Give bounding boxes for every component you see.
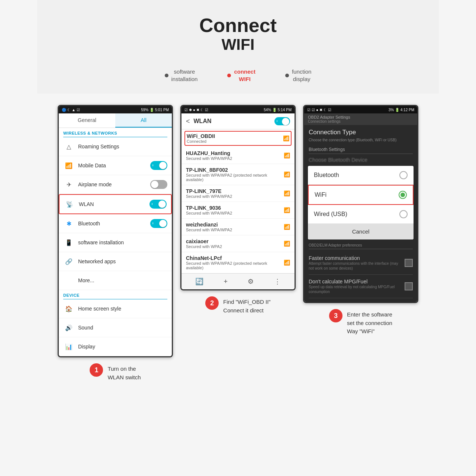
huazhu-name: HUAZHU_Hanting bbox=[186, 150, 232, 156]
step-3-label: functiondisplay bbox=[292, 68, 312, 83]
sound-icon: 🔊 bbox=[63, 322, 74, 333]
more-item[interactable]: More... bbox=[59, 271, 172, 290]
wlan-header-toggle[interactable]: I bbox=[274, 117, 290, 125]
roaming-label: Roaming Settings bbox=[78, 144, 167, 149]
faster-comm-row[interactable]: Faster communication Attempt faster comm… bbox=[309, 251, 413, 275]
network-tplink-8bf[interactable]: TP-LINK_8BF002 Secured with WPA/WPA2 (pr… bbox=[181, 164, 295, 185]
mobile-data-toggle[interactable]: I bbox=[150, 161, 167, 170]
wifi-obdii-signal-icon: 📶 bbox=[283, 135, 289, 141]
tplink797e-name: TP-LINK_797E bbox=[186, 188, 232, 194]
wlan-refresh-icon[interactable]: 🔄 bbox=[195, 277, 203, 286]
phone-1-status-bar: 🔵☾▲☑ 59% 🔋 5:01 PM bbox=[59, 106, 172, 113]
huazhu-signal-icon: 📶 bbox=[284, 152, 290, 158]
home-screen-icon: 🏠 bbox=[63, 303, 74, 314]
step-3-dot bbox=[285, 74, 289, 77]
more-label: More... bbox=[78, 277, 167, 283]
mpg-row[interactable]: Don't calculate MPG/Fuel Speed up data r… bbox=[309, 275, 413, 298]
cancel-button-label: Cancel bbox=[352, 228, 370, 235]
chinanet-info: ChinaNet-LPcf Secured with WPA/WPA2 (pro… bbox=[186, 255, 284, 270]
chinanet-name: ChinaNet-LPcf bbox=[186, 255, 284, 261]
tplink797e-signal-icon: 📶 bbox=[284, 190, 290, 196]
airplane-toggle[interactable] bbox=[150, 180, 167, 189]
tplink8bf-info: TP-LINK_8BF002 Secured with WPA/WPA2 (pr… bbox=[186, 167, 284, 182]
bluetooth-label: Bluetooth bbox=[78, 221, 147, 226]
mobile-data-item[interactable]: 📶 Mobile Data I bbox=[59, 156, 172, 175]
phone3-status-icons-left: ☑☑●✖☾☑ bbox=[307, 108, 331, 112]
bluetooth-option[interactable]: Bluetooth bbox=[308, 166, 414, 185]
elm-preferences-header: OBD2/ELM Adapter preferences bbox=[309, 243, 413, 249]
more-icon bbox=[63, 275, 74, 286]
bluetooth-item[interactable]: ✱ Bluetooth I bbox=[59, 214, 172, 233]
chinanet-signal-icon: 📶 bbox=[284, 260, 290, 266]
wired-usb-radio-btn[interactable] bbox=[399, 210, 408, 218]
bluetooth-radio-btn[interactable] bbox=[399, 171, 408, 179]
caixiaoer-name: caixiaoer bbox=[186, 238, 222, 244]
faster-comm-title: Faster communication bbox=[309, 255, 402, 261]
weizhe-signal-icon: 📶 bbox=[284, 224, 290, 230]
tab-all[interactable]: All bbox=[115, 113, 172, 128]
display-item[interactable]: 📊 Display bbox=[59, 337, 172, 356]
step-1-nav: softwareinstallation bbox=[165, 68, 198, 83]
wlan-toggle[interactable]: I bbox=[149, 200, 167, 209]
phone-1-container: 🔵☾▲☑ 59% 🔋 5:01 PM General All WIRELESS … bbox=[58, 105, 173, 382]
phone-3-screen: ☑☑●✖☾☑ 3% 🔋 4:12 PM OBD2 Adapter Setting… bbox=[303, 105, 418, 303]
choose-bluetooth-label: Choose Bluetooth Device bbox=[309, 157, 413, 163]
wlan-advanced-icon[interactable]: ⚙ bbox=[248, 277, 254, 286]
obd-app-title: OBD2 Adapter Settings bbox=[308, 115, 414, 119]
bluetooth-icon: ✱ bbox=[63, 218, 74, 229]
network-chinanet[interactable]: ChinaNet-LPcf Secured with WPA/WPA2 (pro… bbox=[181, 252, 295, 273]
wlan-label: WLAN bbox=[79, 201, 146, 207]
connection-type-desc: Choose the connection type (Bluetooth, W… bbox=[309, 138, 413, 142]
tplink797e-info: TP-LINK_797E Secured with WPA/WPA2 bbox=[186, 188, 232, 199]
networked-apps-item[interactable]: 🔗 Networked apps bbox=[59, 252, 172, 271]
faster-comm-checkbox[interactable] bbox=[405, 259, 413, 267]
network-tplink-9036[interactable]: TP-LINK_9036 Secured with WPA/WPA2 📶 bbox=[181, 202, 295, 219]
step-3-text: Enter the softwareset the connectionWay … bbox=[347, 309, 392, 336]
networked-apps-label: Networked apps bbox=[78, 258, 167, 264]
page-title-wifi: WIFI bbox=[45, 36, 431, 53]
steps-navigation: softwareinstallation connectWIFI functio… bbox=[37, 61, 439, 94]
display-label: Display bbox=[78, 344, 167, 350]
mobile-networks-label: software installation bbox=[78, 239, 167, 245]
phone-2-container: ☑✱●✖☾☑ 54% 🔋 5:14 PM < WLAN I WiFi_OBDII… bbox=[180, 105, 296, 382]
bluetooth-toggle[interactable]: I bbox=[150, 219, 167, 228]
airplane-label: Airplane mode bbox=[78, 181, 147, 187]
wifi-radio-btn[interactable] bbox=[399, 191, 407, 199]
wlan-page-title: WLAN bbox=[194, 118, 271, 125]
phone3-status-right: 3% 🔋 4:12 PM bbox=[389, 108, 414, 112]
sound-item[interactable]: 🔊 Sound bbox=[59, 318, 172, 337]
wired-usb-option-label: Wired (USB) bbox=[314, 211, 347, 218]
wlan-more-icon[interactable]: ⋮ bbox=[274, 277, 281, 286]
wlan-add-icon[interactable]: + bbox=[224, 278, 228, 286]
caixiaoer-info: caixiaoer Secured with WPA2 bbox=[186, 238, 222, 249]
mpg-checkbox[interactable] bbox=[405, 282, 413, 290]
network-tplink-797e[interactable]: TP-LINK_797E Secured with WPA/WPA2 📶 bbox=[181, 185, 295, 202]
airplane-mode-item[interactable]: ✈ Airplane mode bbox=[59, 175, 172, 194]
roaming-settings-item[interactable]: △ Roaming Settings bbox=[59, 137, 172, 156]
tplink8bf-signal-icon: 📶 bbox=[284, 171, 290, 177]
sound-label: Sound bbox=[78, 325, 167, 331]
mobile-data-label: Mobile Data bbox=[78, 163, 147, 168]
cancel-button-row[interactable]: Cancel bbox=[308, 224, 414, 239]
back-arrow-icon[interactable]: < bbox=[186, 118, 190, 125]
network-caixiaoer[interactable]: caixiaoer Secured with WPA2 📶 bbox=[181, 235, 295, 252]
home-screen-item[interactable]: 🏠 Home screen style bbox=[59, 299, 172, 318]
wired-usb-option[interactable]: Wired (USB) bbox=[308, 205, 414, 224]
step-3-description: 3 Enter the softwareset the connectionWa… bbox=[329, 309, 392, 336]
page-title-connect: Connect bbox=[45, 15, 431, 36]
phone-3-container: ☑☑●✖☾☑ 3% 🔋 4:12 PM OBD2 Adapter Setting… bbox=[303, 105, 418, 382]
network-huazhu[interactable]: HUAZHU_Hanting Secured with WPA/WPA2 📶 bbox=[181, 147, 295, 164]
faster-comm-info: Faster communication Attempt faster comm… bbox=[309, 255, 402, 271]
step-3-number: 3 bbox=[329, 309, 342, 322]
wifi-obdii-item[interactable]: WiFi_OBDII Connected 📶 bbox=[184, 131, 292, 146]
wifi-option[interactable]: WiFi bbox=[308, 185, 414, 205]
wifi-option-label: WiFi bbox=[315, 192, 327, 198]
network-weizhe[interactable]: weizhedianzi Secured with WPA/WPA2 📶 bbox=[181, 219, 295, 235]
weizhe-info: weizhedianzi Secured with WPA/WPA2 bbox=[186, 222, 232, 232]
mobile-networks-item[interactable]: 📱 software installation bbox=[59, 233, 172, 252]
roaming-icon: △ bbox=[63, 141, 74, 152]
obd-connection-section: Connection settings bbox=[308, 119, 414, 123]
step-2-number: 2 bbox=[205, 296, 219, 310]
wlan-item[interactable]: 📡 WLAN I bbox=[59, 194, 172, 214]
tab-general[interactable]: General bbox=[59, 113, 115, 128]
